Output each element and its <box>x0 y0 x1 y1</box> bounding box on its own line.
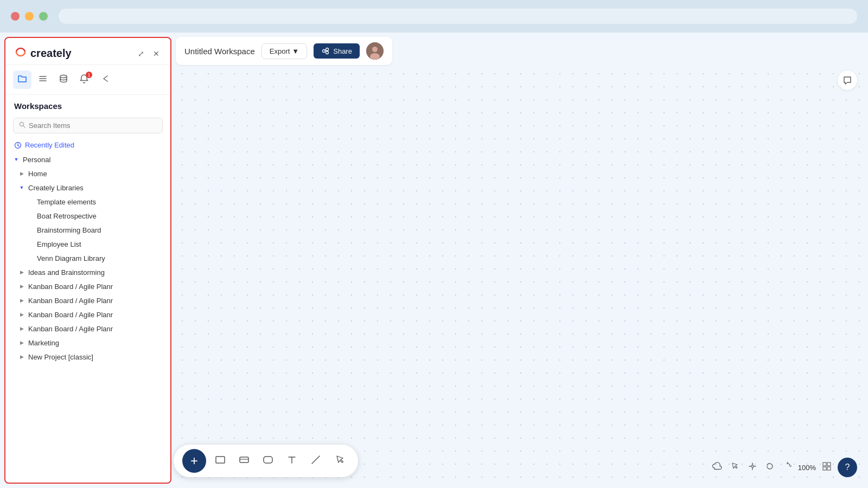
help-button[interactable]: ? <box>838 458 857 477</box>
new-project-folder[interactable]: ▶ New Project [classic] <box>9 350 167 364</box>
rectangle-tool[interactable] <box>210 451 230 471</box>
main-area: Untitled Workspace Export ▼ Share <box>176 33 868 488</box>
traffic-yellow[interactable] <box>25 12 34 21</box>
brainstorming-board-label: Brainstorming Board <box>37 226 164 234</box>
svg-point-9 <box>323 50 326 53</box>
ideas-brainstorming-folder[interactable]: ▶ Ideas and Brainstorming <box>9 265 167 279</box>
select-tool-button[interactable] <box>729 460 742 475</box>
venn-diagram-label: Venn Diagram Library <box>37 254 164 262</box>
tree-list: Recently Edited ▼ Personal ▶ Home ▼ Crea… <box>5 138 170 483</box>
expand-button[interactable]: ⤢ <box>136 48 146 59</box>
export-button[interactable]: Export ▼ <box>261 43 307 59</box>
personal-toggle: ▼ <box>12 155 21 164</box>
svg-line-12 <box>326 50 327 50</box>
nav-folder-button[interactable] <box>13 70 31 89</box>
svg-rect-27 <box>823 467 826 470</box>
boat-retrospective-label: Boat Retrospective <box>37 212 164 220</box>
marketing-label: Marketing <box>28 339 164 347</box>
svg-line-8 <box>18 145 20 146</box>
brainstorming-board-item[interactable]: ▶ Brainstorming Board <box>9 223 167 237</box>
sidebar: creately ⤢ ✕ <box>4 37 171 484</box>
canvas[interactable] <box>176 67 864 484</box>
personal-folder[interactable]: ▼ Personal <box>9 152 167 166</box>
svg-rect-20 <box>264 457 272 463</box>
employee-list-label: Employee List <box>37 240 164 248</box>
add-button[interactable]: + <box>182 449 206 473</box>
traffic-green[interactable] <box>39 12 48 21</box>
svg-rect-28 <box>827 467 831 470</box>
recently-edited-label: Recently Edited <box>25 141 74 149</box>
boat-retrospective-item[interactable]: ▶ Boat Retrospective <box>9 209 167 223</box>
workspaces-title: Workspaces <box>14 101 62 111</box>
kanban-4-toggle: ▶ <box>17 324 26 333</box>
search-icon <box>19 121 25 130</box>
sidebar-header: creately ⤢ ✕ <box>5 38 170 65</box>
rounded-rect-tool[interactable] <box>258 451 278 471</box>
logo-icon <box>14 47 27 60</box>
svg-rect-18 <box>240 457 248 463</box>
line-tool[interactable] <box>306 451 326 471</box>
marketing-toggle: ▶ <box>17 338 26 347</box>
svg-line-13 <box>326 52 327 52</box>
search-input[interactable] <box>29 121 157 130</box>
workspaces-section: Workspaces <box>5 95 170 114</box>
kanban-4-folder[interactable]: ▶ Kanban Board / Agile Planr <box>9 322 167 336</box>
chat-button[interactable] <box>838 70 857 90</box>
sidebar-header-actions: ⤢ ✕ <box>136 48 162 59</box>
kanban-3-toggle: ▶ <box>17 310 26 319</box>
traffic-red[interactable] <box>11 12 20 21</box>
canvas-header: Untitled Workspace Export ▼ Share <box>176 37 392 65</box>
logo: creately <box>14 47 72 60</box>
template-elements-item[interactable]: ▶ Template elements <box>9 195 167 209</box>
notification-badge: 1 <box>86 72 92 78</box>
bottom-right-controls: 100% ? <box>710 458 857 477</box>
svg-rect-17 <box>216 457 225 463</box>
venn-diagram-item[interactable]: ▶ Venn Diagram Library <box>9 251 167 265</box>
grid-button[interactable] <box>820 460 833 475</box>
kanban-2-folder[interactable]: ▶ Kanban Board / Agile Planr <box>9 293 167 307</box>
app-container: creately ⤢ ✕ <box>0 33 868 488</box>
kanban-3-folder[interactable]: ▶ Kanban Board / Agile Planr <box>9 307 167 322</box>
nav-list-button[interactable] <box>34 70 52 89</box>
svg-rect-25 <box>823 463 826 466</box>
user-avatar[interactable] <box>366 42 384 60</box>
card-tool[interactable] <box>234 451 254 471</box>
employee-list-item[interactable]: ▶ Employee List <box>9 237 167 251</box>
ideas-brainstorming-toggle: ▶ <box>17 268 26 277</box>
svg-point-10 <box>326 48 329 51</box>
recently-edited-item[interactable]: Recently Edited <box>9 138 167 152</box>
marketing-folder[interactable]: ▶ Marketing <box>9 336 167 350</box>
kanban-2-label: Kanban Board / Agile Planr <box>28 297 164 305</box>
nav-database-button[interactable] <box>54 70 73 89</box>
creately-libraries-folder[interactable]: ▼ Creately Libraries <box>9 181 167 195</box>
creately-libraries-label: Creately Libraries <box>28 184 164 192</box>
svg-point-11 <box>326 52 329 54</box>
undo-button[interactable] <box>763 460 776 475</box>
text-tool[interactable] <box>282 451 302 471</box>
pointer-tool[interactable] <box>330 451 349 471</box>
share-button[interactable]: Share <box>314 43 360 59</box>
svg-line-23 <box>312 456 320 464</box>
os-chrome <box>0 0 868 33</box>
cloud-sync-button[interactable] <box>710 459 724 476</box>
svg-line-5 <box>23 126 25 127</box>
nav-more-button[interactable] <box>95 70 114 89</box>
kanban-1-toggle: ▶ <box>17 282 26 291</box>
export-label: Export <box>270 47 290 55</box>
close-sidebar-button[interactable]: ✕ <box>151 48 162 59</box>
redo-button[interactable] <box>781 460 794 475</box>
nav-bell-button[interactable]: 1 <box>75 70 93 89</box>
svg-point-16 <box>370 53 380 60</box>
logo-text: creately <box>30 47 72 60</box>
template-elements-label: Template elements <box>37 198 164 206</box>
drawing-toolbar: + <box>174 445 358 477</box>
home-folder[interactable]: ▶ Home <box>9 166 167 181</box>
home-toggle: ▶ <box>17 169 26 178</box>
zoom-level: 100% <box>798 464 816 472</box>
pan-tool-button[interactable] <box>746 460 759 475</box>
new-project-toggle: ▶ <box>17 352 26 361</box>
address-bar <box>59 9 857 24</box>
svg-rect-26 <box>827 463 831 466</box>
svg-point-3 <box>60 75 67 78</box>
kanban-1-folder[interactable]: ▶ Kanban Board / Agile Planr <box>9 279 167 293</box>
